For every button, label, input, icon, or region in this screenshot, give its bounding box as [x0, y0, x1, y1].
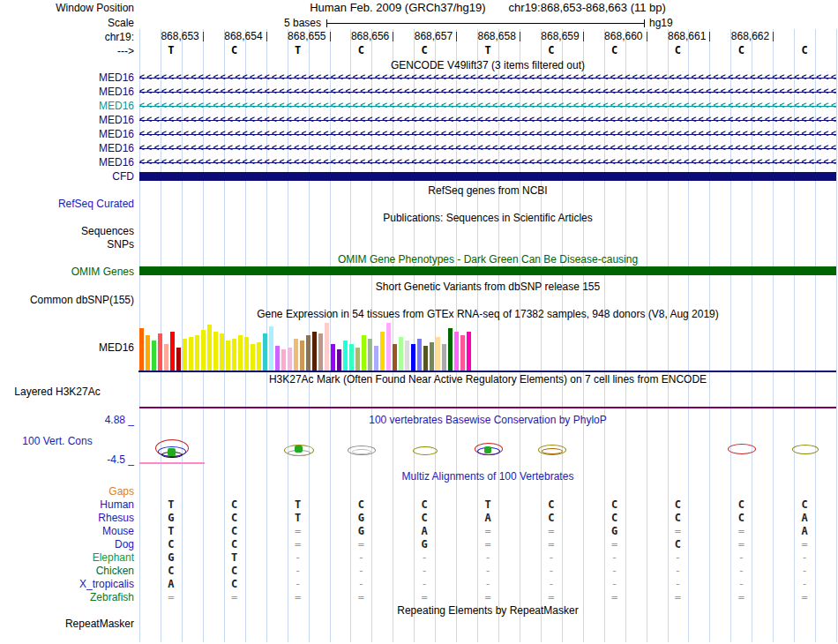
track-label-repeatmasker[interactable]: RepeatMasker — [0, 618, 134, 630]
species-label-x_tropicalis[interactable]: X_tropicalis — [0, 578, 134, 591]
alignment-base: - — [647, 578, 710, 591]
alignment-base: - — [393, 565, 456, 578]
track-label-gtex-med16[interactable]: MED16 — [0, 341, 134, 354]
gtex-tissue-bar — [312, 332, 317, 371]
track-label-sequences[interactable]: Sequences — [0, 225, 134, 237]
gene-row-med16-4[interactable]: MED16<<<<<<<<<<<<<<<<<<<<<<<<<<<<<<<<<<<… — [0, 128, 838, 140]
alignment-base: C — [647, 498, 710, 512]
coordinate-label: 868,662 — [706, 31, 769, 42]
alignment-base: = — [583, 538, 647, 551]
track-label-common-dbsnp[interactable]: Common dbSNP(155) — [0, 294, 134, 306]
track-title-gencode[interactable]: GENCODE V49lift37 (3 items filtered out) — [139, 59, 836, 71]
alignment-base: - — [709, 565, 773, 578]
track-title-h3k27ac[interactable]: H3K27Ac Mark (Often Found Near Active Re… — [139, 373, 836, 386]
species-label-chicken[interactable]: Chicken — [0, 565, 134, 578]
gene-row-med16-0[interactable]: MED16<<<<<<<<<<<<<<<<<<<<<<<<<<<<<<<<<<<… — [0, 71, 838, 84]
track-title-gtex[interactable]: Gene Expression in 54 tissues from GTEx … — [139, 308, 836, 320]
gene-label[interactable]: MED16 — [0, 86, 134, 98]
gtex-tissue-bar — [430, 342, 434, 371]
gtex-tissue-bar — [467, 332, 471, 371]
gene-row-med16-2[interactable]: MED16<<<<<<<<<<<<<<<<<<<<<<<<<<<<<<<<<<<… — [0, 100, 838, 112]
track-title-phylop[interactable]: 100 vertebrates Basewise Conservation by… — [139, 414, 836, 426]
gene-label[interactable]: MED16 — [0, 100, 134, 112]
gtex-tissue-bar — [325, 323, 329, 371]
gtex-tissue-bar — [343, 341, 348, 371]
track-title-refseq[interactable]: RefSeq genes from NCBI — [139, 184, 836, 197]
alignment-base: C — [203, 498, 266, 512]
species-label-mouse[interactable]: Mouse — [0, 525, 134, 538]
gene-row-cfd-7[interactable]: CFD — [0, 170, 838, 183]
track-title-publications[interactable]: Publications: Sequences in Scientific Ar… — [139, 212, 836, 224]
strand-arrows-left-icon: <<<<<<<<<<<<<<<<<<<<<<<<<<<<<<<<<<<<<<<<… — [139, 142, 836, 154]
alignment-base: - — [583, 578, 647, 591]
track-label-omim-genes[interactable]: OMIM Genes — [0, 266, 134, 278]
gene-row-med16-1[interactable]: MED16<<<<<<<<<<<<<<<<<<<<<<<<<<<<<<<<<<<… — [0, 86, 838, 98]
alignment-base: = — [520, 525, 583, 538]
multiz-row-rhesus: RhesusGCTGCACCCCA — [0, 512, 838, 525]
alignment-base: = — [393, 591, 456, 604]
alignment-base: - — [393, 578, 456, 591]
species-label-human[interactable]: Human — [0, 498, 134, 512]
species-label-elephant[interactable]: Elephant — [0, 551, 134, 565]
genome-browser: Window Position Human Feb. 2009 (GRCh37/… — [0, 0, 838, 644]
species-label-gaps[interactable]: Gaps — [0, 485, 134, 498]
alignment-base: - — [266, 565, 330, 578]
gene-label[interactable]: MED16 — [0, 156, 134, 168]
multiz-row-elephant: ElephantGT--------- — [0, 551, 838, 565]
coordinate-label: 868,653 — [136, 31, 199, 42]
gene-label[interactable]: MED16 — [0, 71, 134, 84]
alignment-base: G — [393, 538, 456, 551]
alignment-base: = — [709, 538, 773, 551]
scale-value: 5 bases — [139, 17, 321, 29]
alignment-base: = — [709, 591, 773, 604]
gtex-tissue-bar — [176, 348, 181, 371]
alignment-base: - — [583, 551, 647, 565]
multiz-row-human: HumanTCTCCTCCCCC — [0, 498, 838, 512]
alignment-base: - — [773, 578, 836, 591]
alignment-base: = — [330, 538, 393, 551]
species-label-zebrafish[interactable]: Zebrafish — [0, 591, 134, 604]
alignment-base: C — [583, 512, 647, 525]
gtex-tissue-bar — [442, 344, 446, 371]
gtex-tissue-bar — [300, 341, 304, 371]
track-title-repeatmasker[interactable]: Repeating Elements by RepeatMasker — [139, 604, 836, 617]
gtex-tissue-bar — [448, 328, 453, 371]
track-label-snps[interactable]: SNPs — [0, 238, 134, 251]
alignment-base: G — [330, 525, 393, 538]
alignment-base: C — [139, 538, 203, 551]
track-title-multiz[interactable]: Multiz Alignments of 100 Vertebrates — [139, 470, 836, 483]
gtex-tissue-bar — [152, 341, 156, 371]
gene-label[interactable]: CFD — [0, 170, 134, 183]
omim-gene-bar[interactable] — [139, 266, 836, 275]
gtex-tissue-bar — [306, 335, 311, 371]
gene-label[interactable]: MED16 — [0, 114, 134, 126]
species-label-dog[interactable]: Dog — [0, 538, 134, 551]
track-title-omim[interactable]: OMIM Gene Phenotypes - Dark Green Can Be… — [139, 253, 836, 266]
alignment-base: C — [709, 498, 773, 512]
gene-label[interactable]: MED16 — [0, 128, 134, 140]
track-label-refseq-curated[interactable]: RefSeq Curated — [0, 198, 134, 210]
gene-row-med16-3[interactable]: MED16<<<<<<<<<<<<<<<<<<<<<<<<<<<<<<<<<<<… — [0, 114, 838, 126]
alignment-base: C — [647, 512, 710, 525]
alignment-base: - — [266, 551, 330, 565]
track-label-vert-cons[interactable]: 100 Vert. Cons — [0, 435, 115, 447]
alignment-base: = — [520, 538, 583, 551]
phylop-min-value: -4.5 _ — [0, 453, 134, 466]
strand-arrows-left-icon: <<<<<<<<<<<<<<<<<<<<<<<<<<<<<<<<<<<<<<<<… — [139, 100, 836, 112]
gtex-tissue-bar — [275, 346, 280, 371]
alignment-base: C — [203, 565, 266, 578]
gene-row-med16-6[interactable]: MED16<<<<<<<<<<<<<<<<<<<<<<<<<<<<<<<<<<<… — [0, 156, 838, 168]
alignment-base: G — [139, 551, 203, 565]
gene-label[interactable]: MED16 — [0, 142, 134, 154]
reference-base: C — [330, 45, 393, 56]
gene-exon-bar[interactable] — [139, 172, 836, 181]
species-label-rhesus[interactable]: Rhesus — [0, 512, 134, 525]
gene-row-med16-5[interactable]: MED16<<<<<<<<<<<<<<<<<<<<<<<<<<<<<<<<<<<… — [0, 142, 838, 154]
alignment-base: - — [266, 578, 330, 591]
alignment-base: = — [456, 591, 520, 604]
track-label-layered-h3k27ac[interactable]: Layered H3K27Ac — [0, 386, 115, 398]
conservation-glyph-icon — [413, 446, 438, 455]
alignment-base: C — [330, 498, 393, 512]
track-title-dbsnp[interactable]: Short Genetic Variants from dbSNP releas… — [139, 281, 836, 293]
conservation-glyph-icon — [728, 444, 756, 454]
